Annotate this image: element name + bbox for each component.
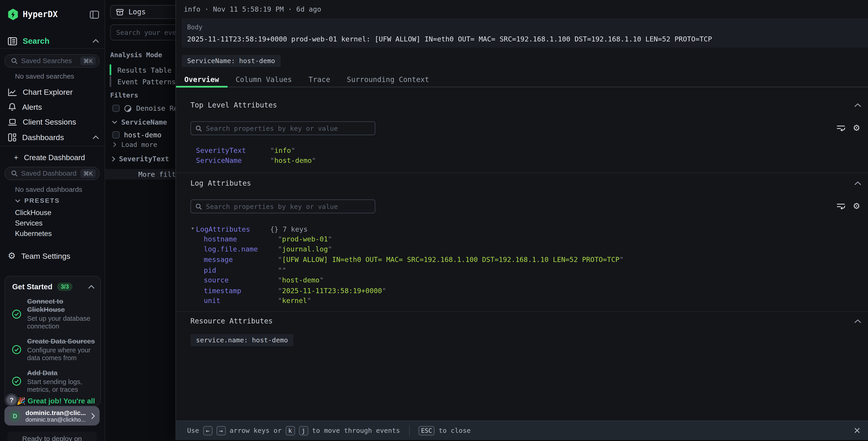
attribute-row[interactable]: ServiceName host-demo — [196, 155, 316, 166]
attribute-value[interactable]: host-demo — [278, 276, 323, 284]
sidebar-item-team-settings[interactable]: ⚙ Team Settings — [8, 249, 99, 263]
attribute-key[interactable]: ServiceName — [196, 156, 270, 165]
attribute-key[interactable]: log.file.name — [204, 245, 278, 253]
service-name-tag[interactable]: ServiceName: host-demo — [182, 55, 281, 67]
chevron-up-icon[interactable] — [854, 103, 861, 107]
body-card: Body 2025-11-11T23:58:19+0000 prod-web-0… — [182, 18, 868, 48]
attribute-value[interactable]: journal.log — [278, 245, 332, 253]
attribute-value[interactable]: host-demo — [270, 156, 316, 165]
preset-kubernetes[interactable]: Kubernetes — [15, 229, 52, 238]
footer-text: Use — [187, 427, 199, 434]
attribute-value[interactable]: kernel — [278, 297, 311, 305]
attribute-meta: {} 7 keys — [270, 225, 308, 233]
sidebar-item-search[interactable]: Search — [8, 34, 99, 48]
filter-group-label: SeverityText — [119, 155, 169, 163]
saved-dashboards-input[interactable] — [21, 170, 77, 177]
gear-icon[interactable]: ⚙ — [853, 124, 860, 133]
get-started-item[interactable]: Add Data Start sending logs, metrics, or… — [5, 362, 100, 393]
wrap-lines-icon[interactable] — [836, 202, 845, 210]
tab-surrounding-context[interactable]: Surrounding Context — [339, 73, 437, 87]
sidebar-item-label: Chart Explorer — [23, 87, 99, 96]
gear-icon[interactable]: ⚙ — [853, 202, 860, 210]
tab-overview[interactable]: Overview — [176, 73, 227, 87]
chevron-up-icon[interactable] — [854, 319, 861, 323]
preset-services[interactable]: Services — [15, 219, 42, 227]
attribute-key[interactable]: hostname — [204, 235, 278, 243]
mode-results-table[interactable]: Results Table — [110, 64, 172, 76]
section-divider — [176, 172, 868, 173]
triangle-down-icon[interactable]: ▾ — [191, 227, 196, 231]
saved-searches-input[interactable] — [21, 57, 77, 65]
attribute-value[interactable]: prod-web-01 — [278, 235, 332, 243]
attribute-value[interactable] — [278, 266, 286, 274]
load-more-button[interactable]: Load more — [113, 141, 157, 149]
footer-text: arrow keys or — [229, 427, 281, 434]
sidebar-item-alerts[interactable]: Alerts — [8, 100, 99, 114]
attribute-key[interactable]: message — [204, 255, 278, 264]
chevron-up-icon[interactable] — [88, 285, 95, 289]
filter-value-host-demo[interactable]: host-demo — [113, 131, 162, 139]
attribute-key[interactable]: pid — [204, 266, 278, 274]
attribute-key[interactable]: LogAttributes — [196, 225, 270, 233]
preset-clickhouse[interactable]: ClickHouse — [15, 208, 52, 217]
attribute-key[interactable]: timestamp — [204, 286, 278, 295]
attribute-row[interactable]: source host-demo — [204, 275, 624, 285]
denoise-checkbox[interactable] — [113, 105, 120, 112]
top-level-search-box[interactable] — [190, 121, 375, 135]
attribute-row[interactable]: unit kernel — [204, 296, 624, 306]
sidebar-item-label: Alerts — [22, 102, 99, 111]
user-menu[interactable]: D dominic.tran@clic... dominic.tran@clic… — [4, 406, 99, 425]
sidebar-item-client-sessions[interactable]: Client Sessions — [8, 115, 99, 129]
help-button[interactable]: ? — [5, 393, 18, 407]
denoise-icon — [124, 104, 132, 112]
create-dashboard-button[interactable]: + Create Dashboard — [14, 150, 99, 165]
client-sessions-icon — [8, 118, 17, 126]
attribute-row[interactable]: hostname prod-web-01 — [204, 234, 624, 244]
top-level-search-input[interactable] — [206, 124, 370, 132]
attribute-row[interactable]: message [UFW ALLOW] IN=eth0 OUT= MAC= SR… — [204, 255, 624, 265]
attribute-row[interactable]: SeverityText info — [196, 145, 316, 155]
filters-label: Filters — [110, 91, 138, 99]
log-attributes-search-input[interactable] — [206, 203, 370, 210]
host-demo-checkbox[interactable] — [113, 131, 120, 139]
collapse-sidebar-icon[interactable] — [90, 10, 99, 19]
attribute-value[interactable]: [UFW ALLOW] IN=eth0 OUT= MAC= SRC=192.16… — [278, 255, 624, 264]
body-text[interactable]: 2025-11-11T23:58:19+0000 prod-web-01 ker… — [187, 35, 864, 43]
chevron-up-icon[interactable] — [92, 135, 99, 139]
presets-toggle[interactable]: PRESETS — [15, 197, 60, 204]
attribute-row[interactable]: log.file.name journal.log — [204, 244, 624, 255]
log-attributes-search-box[interactable] — [190, 200, 375, 213]
attribute-value[interactable]: info — [270, 146, 295, 154]
log-attributes-rows: hostname prod-web-01 log.file.name journ… — [204, 234, 624, 306]
tab-column-values[interactable]: Column Values — [227, 73, 300, 87]
wrap-lines-icon[interactable] — [836, 124, 845, 133]
get-started-item[interactable]: Connect to ClickHouse Set up your databa… — [5, 291, 100, 331]
sidebar-item-chart-explorer[interactable]: Chart Explorer — [8, 85, 99, 99]
key-arrow-left: ← — [203, 426, 212, 435]
get-started-header[interactable]: Get Started 3/3 — [5, 276, 100, 291]
attribute-row[interactable]: timestamp 2025-11-11T23:58:19+0000 — [204, 286, 624, 296]
saved-dashboards-search[interactable]: ⌘K — [4, 167, 99, 180]
ready-to-deploy-banner[interactable]: Ready to deploy on — [7, 432, 97, 441]
event-detail-drawer: info · Nov 11 5:58:19 PM · 6d ago Body 2… — [176, 0, 868, 440]
filter-group-servicename[interactable]: ServiceName — [112, 118, 167, 126]
sidebar-item-dashboards[interactable]: Dashboards — [8, 130, 99, 145]
attribute-value[interactable]: 2025-11-11T23:58:19+0000 — [278, 286, 386, 295]
get-started-card: Get Started 3/3 Connect to ClickHouse Se… — [4, 276, 101, 406]
attribute-key[interactable]: unit — [204, 297, 278, 305]
chevron-up-icon[interactable] — [92, 39, 99, 43]
saved-searches-search[interactable]: ⌘K — [4, 54, 99, 67]
tab-trace[interactable]: Trace — [300, 73, 339, 87]
attribute-row[interactable]: pid — [204, 265, 624, 275]
resource-service-name-tag[interactable]: service.name: host-demo — [190, 334, 293, 347]
filter-group-severitytext[interactable]: SeverityText — [112, 155, 169, 163]
detail-tabs: Overview Column Values Trace Surrounding… — [176, 73, 868, 88]
chevron-up-icon[interactable] — [854, 181, 861, 185]
attribute-key[interactable]: SeverityText — [196, 146, 270, 154]
key-k: k — [285, 426, 294, 435]
log-attributes-parent-row[interactable]: ▾ LogAttributes {} 7 keys — [191, 224, 308, 234]
close-icon[interactable]: × — [854, 426, 861, 435]
mode-event-patterns[interactable]: Event Patterns — [110, 76, 176, 87]
get-started-item[interactable]: Create Data Sources Configure where your… — [5, 330, 100, 362]
attribute-key[interactable]: source — [204, 276, 278, 284]
